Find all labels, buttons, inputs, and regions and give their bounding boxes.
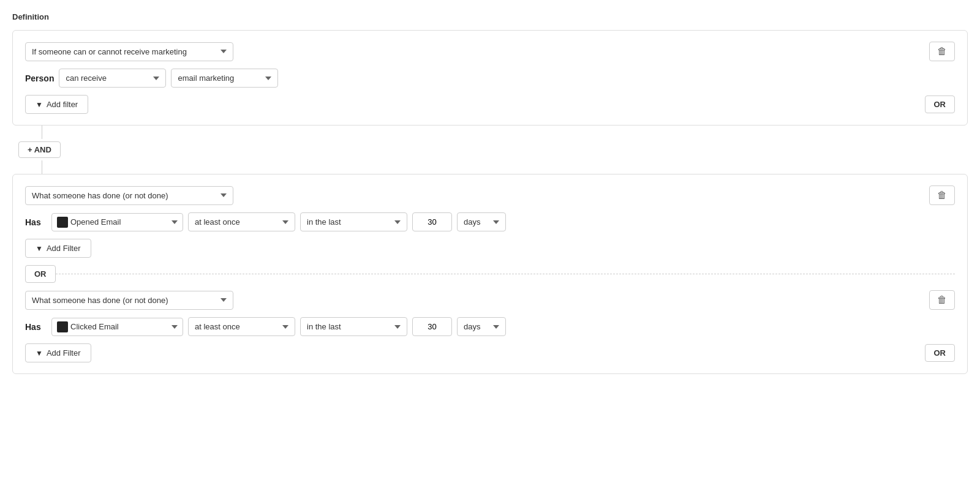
block-1-header: If someone can or cannot receive marketi… (25, 42, 955, 61)
and-button[interactable]: + AND (18, 141, 61, 158)
block-2: What someone has done (or not done) 🗑 Ha… (12, 174, 968, 374)
add-filter-button-2[interactable]: ▼ Add Filter (25, 239, 91, 258)
block-3-footer: ▼ Add Filter OR (25, 343, 955, 362)
has-label-3: Has (25, 322, 47, 332)
block-3-header: What someone has done (or not done) 🗑 (25, 290, 955, 310)
page-title: Definition (12, 12, 968, 21)
definition-select-3[interactable]: What someone has done (or not done) (25, 291, 233, 310)
v-line-1 (42, 126, 42, 139)
days-unit-select-3[interactable]: days (457, 317, 506, 336)
or-button-3[interactable]: OR (925, 344, 956, 362)
definition-select-2[interactable]: What someone has done (or not done) (25, 186, 233, 205)
filter-icon-2: ▼ (36, 244, 43, 253)
block-1: If someone can or cannot receive marketi… (12, 30, 968, 126)
days-input-2[interactable] (412, 212, 452, 231)
or-divider: OR (25, 265, 955, 283)
delete-button-3[interactable]: 🗑 (929, 290, 955, 310)
timeframe-select-3[interactable]: in the last (300, 317, 407, 336)
block-3-has-row: Has Clicked Email at least once in the l… (25, 317, 955, 336)
or-divider-button[interactable]: OR (25, 265, 56, 283)
event-select-3[interactable]: Clicked Email (51, 318, 183, 336)
block-1-footer: ▼ Add filter OR (25, 95, 955, 114)
event-icon-3 (57, 321, 68, 332)
or-button-1[interactable]: OR (925, 96, 956, 113)
definition-select-1[interactable]: If someone can or cannot receive marketi… (25, 42, 233, 61)
can-receive-select[interactable]: can receive (59, 69, 166, 88)
has-label-2: Has (25, 217, 47, 227)
frequency-select-2[interactable]: at least once (188, 212, 295, 231)
block-2-has-row: Has Opened Email at least once in the la… (25, 212, 955, 231)
filter-icon-3: ▼ (36, 349, 43, 358)
delete-button-1[interactable]: 🗑 (929, 42, 955, 61)
delete-button-2[interactable]: 🗑 (929, 186, 955, 205)
days-input-3[interactable] (412, 317, 452, 336)
and-connector: + AND (12, 126, 968, 174)
add-filter-button-3[interactable]: ▼ Add Filter (25, 343, 91, 362)
person-label: Person (25, 73, 54, 83)
add-filter-button-1[interactable]: ▼ Add filter (25, 95, 88, 114)
v-line-2 (42, 160, 42, 174)
timeframe-select-2[interactable]: in the last (300, 212, 407, 231)
event-icon-2 (57, 217, 68, 228)
marketing-type-select[interactable]: email marketing (171, 69, 278, 88)
block-2-header: What someone has done (or not done) 🗑 (25, 186, 955, 205)
block-1-person-row: Person can receive email marketing (25, 69, 955, 88)
frequency-select-3[interactable]: at least once (188, 317, 295, 336)
filter-icon-1: ▼ (36, 100, 43, 109)
or-divider-line (56, 274, 956, 274)
days-unit-select-2[interactable]: days (457, 212, 506, 231)
event-select-2[interactable]: Opened Email (51, 213, 183, 231)
